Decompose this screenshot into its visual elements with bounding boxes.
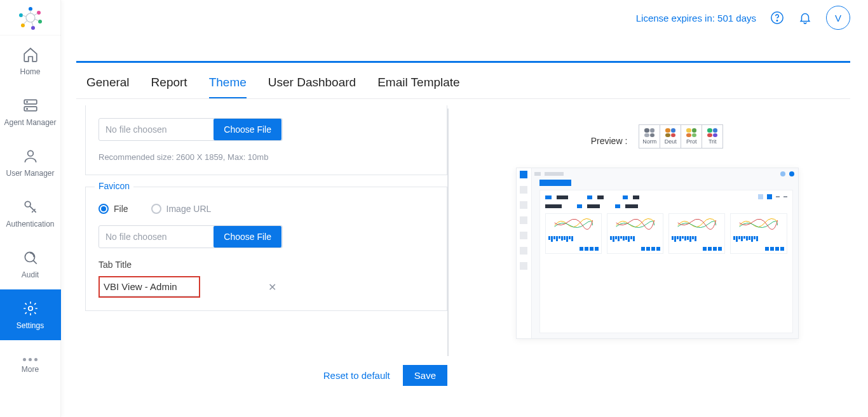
form-actions: Reset to default Save bbox=[85, 356, 447, 386]
nav-label: Agent Manager bbox=[4, 118, 56, 127]
tab-title-label: Tab Title bbox=[98, 260, 434, 270]
key-icon bbox=[22, 198, 39, 216]
mode-prot[interactable]: Prot bbox=[681, 124, 702, 149]
mode-label: Norm bbox=[642, 138, 656, 145]
help-icon[interactable] bbox=[770, 11, 784, 25]
radio-image-url[interactable]: Image URL bbox=[151, 204, 212, 214]
sidebar: Home Agent Manager User Manager Authenti… bbox=[0, 0, 61, 417]
svg-point-0 bbox=[26, 13, 35, 22]
radio-file-label: File bbox=[114, 204, 128, 214]
svg-line-11 bbox=[24, 21, 27, 24]
radio-file[interactable]: File bbox=[98, 204, 128, 214]
svg-point-4 bbox=[31, 26, 35, 30]
favicon-choose-file-button[interactable]: Choose File bbox=[214, 226, 281, 248]
clear-icon[interactable]: ✕ bbox=[268, 281, 276, 293]
palette-icon bbox=[644, 128, 654, 137]
mode-deut[interactable]: Deut bbox=[660, 124, 681, 149]
tab-report[interactable]: Report bbox=[151, 76, 187, 98]
mode-trit[interactable]: Trit bbox=[702, 124, 723, 149]
nav-agent-manager[interactable]: Agent Manager bbox=[0, 86, 61, 137]
audit-icon bbox=[22, 249, 39, 267]
palette-icon bbox=[686, 128, 696, 137]
svg-point-22 bbox=[776, 20, 777, 21]
file-input-row: No file choosen Choose File bbox=[98, 118, 283, 141]
nav-authentication[interactable]: Authentication bbox=[0, 188, 61, 239]
main: General Report Theme User Dashboard Emai… bbox=[76, 61, 850, 386]
avatar[interactable]: V bbox=[826, 6, 850, 30]
upload-hint: Recommended size: 2600 X 1859, Max: 10mb bbox=[98, 152, 434, 162]
favicon-card: Favicon File Image URL No file choosen bbox=[85, 187, 447, 311]
svg-point-19 bbox=[25, 252, 34, 261]
nav-label: Authentication bbox=[6, 220, 54, 228]
left-panel: No file choosen Choose File Recommended … bbox=[85, 105, 447, 386]
user-icon bbox=[22, 147, 39, 165]
svg-point-2 bbox=[37, 11, 41, 15]
license-text: License expires in: 501 days bbox=[636, 13, 756, 23]
tab-title-input[interactable] bbox=[100, 277, 199, 296]
nav-home[interactable]: Home bbox=[0, 36, 61, 86]
tabs: General Report Theme User Dashboard Emai… bbox=[76, 63, 850, 99]
svg-point-18 bbox=[25, 201, 31, 207]
nav-label: User Manager bbox=[6, 169, 54, 178]
topbar: License expires in: 501 days V bbox=[61, 0, 868, 36]
palette-icon bbox=[707, 128, 717, 137]
more-icon bbox=[23, 358, 37, 361]
reset-button[interactable]: Reset to default bbox=[323, 370, 390, 381]
right-panel: Preview : Norm Deut Prot bbox=[473, 105, 841, 386]
svg-point-3 bbox=[38, 20, 42, 23]
svg-point-17 bbox=[27, 150, 33, 156]
favicon-file-placeholder: No file choosen bbox=[99, 232, 213, 242]
nav-more[interactable]: More bbox=[0, 340, 61, 391]
svg-point-16 bbox=[26, 109, 27, 109]
svg-line-12 bbox=[22, 15, 26, 17]
tab-general[interactable]: General bbox=[86, 76, 130, 98]
nav-label: Audit bbox=[22, 270, 39, 279]
favicon-card-title: Favicon bbox=[95, 181, 133, 191]
svg-point-5 bbox=[21, 23, 25, 27]
palette-icon bbox=[665, 128, 675, 137]
nav-user-manager[interactable]: User Manager bbox=[0, 137, 61, 188]
svg-line-8 bbox=[34, 13, 37, 15]
mode-label: Trit bbox=[709, 138, 717, 145]
preview-mode-group: Norm Deut Prot Trit bbox=[639, 124, 723, 149]
preview-label: Preview : bbox=[591, 124, 628, 146]
gear-icon bbox=[22, 300, 39, 317]
nav-label: Home bbox=[20, 67, 40, 76]
app-logo bbox=[0, 0, 61, 36]
choose-file-button[interactable]: Choose File bbox=[214, 119, 281, 140]
mode-norm[interactable]: Norm bbox=[639, 124, 660, 149]
tab-user-dashboard[interactable]: User Dashboard bbox=[268, 76, 356, 98]
mode-label: Deut bbox=[665, 138, 677, 145]
save-button[interactable]: Save bbox=[403, 365, 447, 386]
svg-line-9 bbox=[35, 19, 39, 21]
home-icon bbox=[22, 46, 39, 63]
mode-label: Prot bbox=[686, 138, 697, 145]
nav-label: Settings bbox=[17, 321, 44, 330]
theme-preview bbox=[516, 168, 799, 339]
svg-line-10 bbox=[32, 22, 33, 26]
svg-point-15 bbox=[26, 102, 27, 102]
svg-point-20 bbox=[28, 307, 32, 311]
nav-settings[interactable]: Settings bbox=[0, 289, 61, 340]
radio-dot-icon bbox=[151, 204, 161, 214]
bell-icon[interactable] bbox=[798, 11, 812, 25]
divider bbox=[447, 109, 449, 356]
server-icon bbox=[22, 96, 39, 114]
radio-url-label: Image URL bbox=[166, 204, 212, 214]
favicon-file-input-row: No file choosen Choose File bbox=[98, 225, 283, 248]
upload-card: No file choosen Choose File Recommended … bbox=[85, 105, 447, 175]
tab-theme[interactable]: Theme bbox=[209, 76, 247, 98]
file-placeholder: No file choosen bbox=[99, 124, 213, 135]
tab-email-template[interactable]: Email Template bbox=[377, 76, 460, 98]
avatar-initial: V bbox=[835, 13, 841, 23]
nav-label: More bbox=[22, 365, 39, 374]
nav-audit[interactable]: Audit bbox=[0, 239, 61, 289]
radio-dot-icon bbox=[98, 204, 109, 214]
